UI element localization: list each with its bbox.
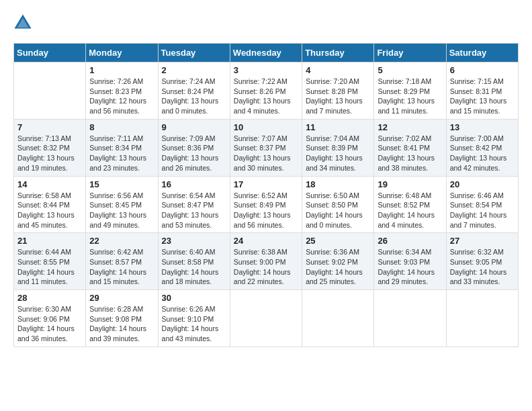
calendar-cell: 8Sunrise: 7:11 AM Sunset: 8:34 PM Daylig… [86,119,158,176]
header-wednesday: Wednesday [230,44,302,62]
header-tuesday: Tuesday [158,44,230,62]
header-row: SundayMondayTuesdayWednesdayThursdayFrid… [14,44,519,62]
calendar-cell: 11Sunrise: 7:04 AM Sunset: 8:39 PM Dayli… [302,119,374,176]
calendar-cell: 16Sunrise: 6:54 AM Sunset: 8:47 PM Dayli… [158,176,230,233]
day-number: 26 [378,236,442,246]
page-header [13,13,519,32]
day-info: Sunrise: 7:13 AM Sunset: 8:32 PM Dayligh… [17,134,82,173]
week-row-4: 28Sunrise: 6:30 AM Sunset: 9:06 PM Dayli… [14,290,519,347]
calendar-cell: 17Sunrise: 6:52 AM Sunset: 8:49 PM Dayli… [230,176,302,233]
calendar-cell: 2Sunrise: 7:24 AM Sunset: 8:24 PM Daylig… [158,62,230,120]
week-row-0: 1Sunrise: 7:26 AM Sunset: 8:23 PM Daylig… [14,62,519,120]
day-info: Sunrise: 7:20 AM Sunset: 8:28 PM Dayligh… [306,77,370,116]
calendar-cell: 26Sunrise: 6:34 AM Sunset: 9:03 PM Dayli… [374,233,446,290]
day-info: Sunrise: 6:26 AM Sunset: 9:10 PM Dayligh… [162,304,226,344]
day-info: Sunrise: 7:18 AM Sunset: 8:29 PM Dayligh… [378,77,442,116]
day-number: 2 [162,65,226,75]
calendar-cell [14,62,86,120]
header-friday: Friday [374,44,446,62]
calendar-cell: 30Sunrise: 6:26 AM Sunset: 9:10 PM Dayli… [158,290,230,347]
calendar-header: SundayMondayTuesdayWednesdayThursdayFrid… [14,44,519,62]
calendar-cell [230,290,302,347]
day-info: Sunrise: 7:11 AM Sunset: 8:34 PM Dayligh… [89,134,154,173]
calendar-cell: 12Sunrise: 7:02 AM Sunset: 8:41 PM Dayli… [374,119,446,176]
day-info: Sunrise: 6:50 AM Sunset: 8:50 PM Dayligh… [306,191,370,230]
day-info: Sunrise: 6:38 AM Sunset: 9:00 PM Dayligh… [234,247,298,287]
calendar-cell: 18Sunrise: 6:50 AM Sunset: 8:50 PM Dayli… [302,176,374,233]
day-number: 12 [378,122,442,132]
calendar-cell [302,290,374,347]
calendar-cell: 9Sunrise: 7:09 AM Sunset: 8:36 PM Daylig… [158,119,230,176]
calendar-cell: 5Sunrise: 7:18 AM Sunset: 8:29 PM Daylig… [374,62,446,120]
day-number: 29 [89,293,154,303]
day-info: Sunrise: 6:36 AM Sunset: 9:02 PM Dayligh… [306,247,370,287]
week-row-2: 14Sunrise: 6:58 AM Sunset: 8:44 PM Dayli… [14,176,519,233]
calendar-cell: 21Sunrise: 6:44 AM Sunset: 8:55 PM Dayli… [14,233,86,290]
day-number: 7 [17,122,82,132]
day-number: 6 [450,65,515,75]
header-thursday: Thursday [302,44,374,62]
logo [13,13,35,32]
day-info: Sunrise: 7:04 AM Sunset: 8:39 PM Dayligh… [306,134,370,173]
day-number: 5 [378,65,442,75]
day-number: 21 [17,236,82,246]
day-info: Sunrise: 6:28 AM Sunset: 9:08 PM Dayligh… [89,304,154,344]
day-info: Sunrise: 6:46 AM Sunset: 8:54 PM Dayligh… [450,191,515,230]
day-info: Sunrise: 6:30 AM Sunset: 9:06 PM Dayligh… [17,304,82,344]
day-number: 28 [17,293,82,303]
calendar-cell: 10Sunrise: 7:07 AM Sunset: 8:37 PM Dayli… [230,119,302,176]
day-info: Sunrise: 6:34 AM Sunset: 9:03 PM Dayligh… [378,247,442,287]
calendar-cell: 24Sunrise: 6:38 AM Sunset: 9:00 PM Dayli… [230,233,302,290]
day-number: 18 [306,179,370,189]
header-sunday: Sunday [14,44,86,62]
calendar-cell: 27Sunrise: 6:32 AM Sunset: 9:05 PM Dayli… [446,233,518,290]
day-info: Sunrise: 7:24 AM Sunset: 8:24 PM Dayligh… [162,77,226,116]
day-number: 13 [450,122,515,132]
calendar-cell: 6Sunrise: 7:15 AM Sunset: 8:31 PM Daylig… [446,62,518,120]
day-info: Sunrise: 7:22 AM Sunset: 8:26 PM Dayligh… [234,77,298,116]
calendar-cell: 19Sunrise: 6:48 AM Sunset: 8:52 PM Dayli… [374,176,446,233]
day-number: 20 [450,179,515,189]
logo-icon [13,13,32,32]
day-info: Sunrise: 6:32 AM Sunset: 9:05 PM Dayligh… [450,247,515,287]
header-saturday: Saturday [446,44,518,62]
week-row-1: 7Sunrise: 7:13 AM Sunset: 8:32 PM Daylig… [14,119,519,176]
day-info: Sunrise: 7:09 AM Sunset: 8:36 PM Dayligh… [162,134,226,173]
day-number: 30 [162,293,226,303]
day-number: 24 [234,236,298,246]
day-number: 11 [306,122,370,132]
calendar-cell: 13Sunrise: 7:00 AM Sunset: 8:42 PM Dayli… [446,119,518,176]
day-number: 16 [162,179,226,189]
day-info: Sunrise: 6:44 AM Sunset: 8:55 PM Dayligh… [17,247,82,287]
calendar-cell: 7Sunrise: 7:13 AM Sunset: 8:32 PM Daylig… [14,119,86,176]
calendar-cell: 28Sunrise: 6:30 AM Sunset: 9:06 PM Dayli… [14,290,86,347]
day-number: 4 [306,65,370,75]
calendar-table: SundayMondayTuesdayWednesdayThursdayFrid… [13,43,519,347]
day-info: Sunrise: 6:56 AM Sunset: 8:45 PM Dayligh… [89,191,154,230]
calendar-cell: 25Sunrise: 6:36 AM Sunset: 9:02 PM Dayli… [302,233,374,290]
day-info: Sunrise: 6:54 AM Sunset: 8:47 PM Dayligh… [162,191,226,230]
day-info: Sunrise: 6:58 AM Sunset: 8:44 PM Dayligh… [17,191,82,230]
day-info: Sunrise: 6:48 AM Sunset: 8:52 PM Dayligh… [378,191,442,230]
day-info: Sunrise: 7:07 AM Sunset: 8:37 PM Dayligh… [234,134,298,173]
calendar-cell: 22Sunrise: 6:42 AM Sunset: 8:57 PM Dayli… [86,233,158,290]
day-info: Sunrise: 7:15 AM Sunset: 8:31 PM Dayligh… [450,77,515,116]
day-info: Sunrise: 7:26 AM Sunset: 8:23 PM Dayligh… [89,77,154,116]
day-info: Sunrise: 7:02 AM Sunset: 8:41 PM Dayligh… [378,134,442,173]
calendar-cell: 4Sunrise: 7:20 AM Sunset: 8:28 PM Daylig… [302,62,374,120]
day-number: 23 [162,236,226,246]
calendar-cell: 3Sunrise: 7:22 AM Sunset: 8:26 PM Daylig… [230,62,302,120]
day-number: 14 [17,179,82,189]
week-row-3: 21Sunrise: 6:44 AM Sunset: 8:55 PM Dayli… [14,233,519,290]
day-number: 10 [234,122,298,132]
calendar-cell [446,290,518,347]
calendar-cell: 20Sunrise: 6:46 AM Sunset: 8:54 PM Dayli… [446,176,518,233]
day-number: 27 [450,236,515,246]
calendar-cell: 14Sunrise: 6:58 AM Sunset: 8:44 PM Dayli… [14,176,86,233]
day-number: 3 [234,65,298,75]
day-info: Sunrise: 7:00 AM Sunset: 8:42 PM Dayligh… [450,134,515,173]
header-monday: Monday [86,44,158,62]
day-number: 1 [89,65,154,75]
day-number: 22 [89,236,154,246]
calendar-cell: 23Sunrise: 6:40 AM Sunset: 8:58 PM Dayli… [158,233,230,290]
